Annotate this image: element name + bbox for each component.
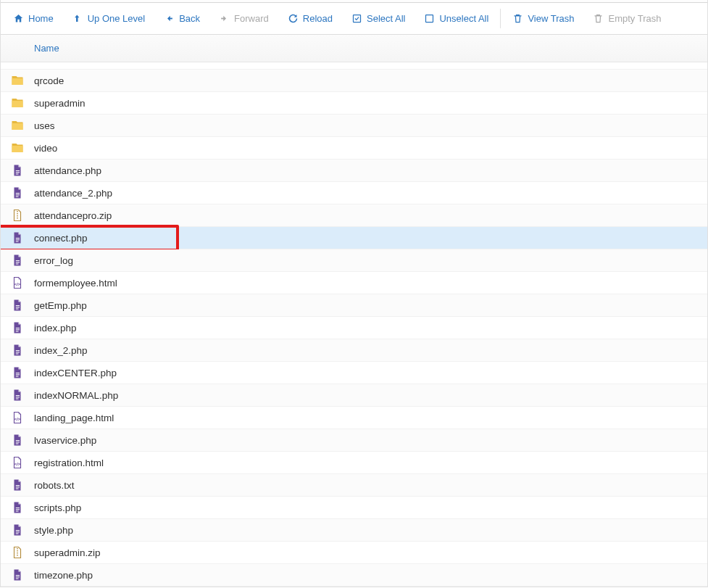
folder-icon: [11, 141, 24, 154]
svg-rect-37: [16, 354, 19, 355]
back-button[interactable]: Back: [154, 3, 209, 34]
folder-icon: [11, 119, 24, 132]
file-manager: Home Up One Level Back Forward Reload: [0, 0, 708, 587]
file-name: landing_page.html: [34, 413, 114, 423]
svg-rect-9: [221, 18, 224, 20]
file-row[interactable]: timezone.php: [1, 564, 707, 587]
trash-icon: [593, 13, 604, 24]
file-row[interactable]: </>landing_page.html: [1, 407, 707, 429]
back-label: Back: [179, 13, 200, 24]
file-row[interactable]: indexCENTER.php: [1, 362, 707, 384]
home-button[interactable]: Home: [4, 3, 63, 34]
toolbar-separator: [500, 9, 501, 28]
file-name: superadmin.zip: [34, 547, 101, 558]
file-row[interactable]: error_log: [1, 249, 707, 272]
svg-rect-11: [426, 15, 433, 22]
file-row[interactable]: qrcode: [1, 70, 707, 92]
svg-rect-58: [17, 548, 18, 550]
svg-text:</>: </>: [14, 417, 21, 421]
svg-rect-62: [16, 575, 20, 576]
svg-rect-60: [17, 552, 18, 554]
svg-rect-33: [16, 329, 20, 330]
svg-rect-40: [16, 376, 19, 377]
file-row[interactable]: superadmin: [1, 92, 707, 115]
select-all-button[interactable]: Select All: [342, 3, 415, 34]
trash-icon: [512, 13, 523, 24]
svg-rect-32: [16, 328, 20, 328]
file-row[interactable]: getEmp.php: [1, 294, 707, 317]
svg-rect-20: [17, 215, 18, 217]
svg-rect-15: [16, 193, 20, 194]
file-name: registration.html: [34, 457, 104, 468]
svg-rect-43: [16, 399, 19, 399]
svg-rect-45: [16, 440, 20, 441]
svg-rect-46: [16, 442, 20, 442]
php-icon: [11, 344, 24, 357]
svg-rect-54: [16, 511, 19, 512]
view-trash-button[interactable]: View Trash: [503, 3, 583, 34]
file-row[interactable]: lvaservice.php: [1, 429, 707, 452]
unselect-all-label: Unselect All: [439, 13, 488, 24]
file-row[interactable]: attendance.php: [1, 160, 707, 182]
php-icon: [11, 254, 24, 267]
home-label: Home: [28, 13, 54, 24]
svg-rect-31: [16, 309, 19, 310]
file-row[interactable]: </>formemployee.html: [1, 272, 707, 294]
toolbar: Home Up One Level Back Forward Reload: [1, 3, 707, 35]
svg-rect-52: [16, 508, 20, 508]
zip-icon: [11, 209, 24, 222]
reload-button[interactable]: Reload: [278, 3, 342, 34]
svg-rect-26: [16, 262, 20, 262]
file-row[interactable]: index_2.php: [1, 339, 707, 362]
svg-text:</>: </>: [14, 282, 21, 286]
svg-rect-8: [170, 18, 172, 20]
svg-rect-21: [17, 218, 18, 219]
file-row[interactable]: uses: [1, 115, 707, 137]
select-all-label: Select All: [367, 13, 405, 24]
up-one-level-button[interactable]: Up One Level: [63, 3, 155, 34]
svg-rect-50: [16, 486, 20, 487]
file-row[interactable]: superadmin.zip: [1, 542, 707, 564]
php-icon: [11, 523, 24, 537]
file-row[interactable]: scripts.php: [1, 497, 707, 519]
file-row[interactable]: </>registration.html: [1, 452, 707, 474]
file-row[interactable]: attendance_2.php: [1, 182, 707, 204]
file-name: index.php: [34, 323, 77, 334]
svg-rect-30: [16, 307, 20, 307]
file-row[interactable]: connect.php: [1, 227, 707, 249]
folder-icon: [11, 96, 24, 109]
reload-icon: [288, 13, 299, 24]
zip-icon: [11, 546, 24, 559]
php-icon: [11, 501, 24, 514]
up-one-label: Up One Level: [88, 13, 146, 24]
svg-rect-56: [16, 531, 20, 532]
svg-rect-51: [16, 489, 19, 489]
svg-rect-36: [16, 352, 20, 352]
file-row[interactable]: video: [1, 137, 707, 160]
column-name-header[interactable]: Name: [34, 43, 59, 54]
svg-rect-12: [16, 170, 20, 171]
svg-rect-57: [16, 534, 19, 534]
svg-rect-13: [16, 172, 20, 173]
php-icon: [11, 231, 24, 244]
empty-trash-button: Empty Trash: [583, 3, 670, 34]
file-row[interactable]: robots.txt: [1, 474, 707, 497]
file-row[interactable]: indexNORMAL.php: [1, 384, 707, 407]
file-name: index_2.php: [34, 345, 88, 356]
file-name: qrcode: [34, 75, 64, 86]
svg-rect-27: [16, 264, 19, 265]
php-icon: [11, 164, 24, 177]
file-row[interactable]: style.php: [1, 519, 707, 542]
svg-rect-39: [16, 374, 20, 375]
php-icon: [11, 479, 24, 492]
svg-rect-29: [16, 305, 20, 306]
empty-square-icon: [424, 13, 435, 24]
php-icon: [11, 321, 24, 334]
svg-rect-47: [16, 444, 19, 444]
php-icon: [11, 299, 24, 312]
file-row[interactable]: attendancepro.zip: [1, 204, 707, 227]
unselect-all-button[interactable]: Unselect All: [415, 3, 498, 34]
file-row[interactable]: index.php: [1, 317, 707, 339]
level-up-icon: [72, 13, 83, 24]
file-row[interactable]: PHPMailer: [1, 62, 707, 70]
